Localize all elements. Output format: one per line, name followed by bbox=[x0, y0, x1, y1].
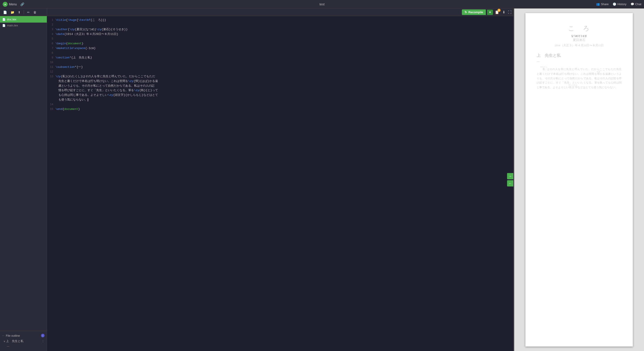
new-folder-button[interactable]: 📁 bbox=[9, 10, 16, 15]
toolbar-separator-1 bbox=[24, 10, 24, 14]
recompile-button[interactable]: ↻ Recompile bbox=[462, 10, 486, 15]
code-line-5: 5 bbox=[47, 37, 513, 42]
outline-chevron-icon: ⋯ bbox=[2, 334, 4, 337]
arrow-left-button[interactable]: ← bbox=[507, 180, 513, 186]
recompile-label: Recompile bbox=[468, 11, 483, 14]
chat-label: Chat bbox=[635, 3, 641, 6]
sidebar-toolbar: 📄 📁 ⬆ ✏ 🗑 bbox=[0, 9, 47, 16]
pdf-ruby-kashiramoji: 頭文字かしらもじ bbox=[569, 86, 578, 89]
file-list: 📄 doc.tex ⋮ 📄 main.tex bbox=[0, 16, 47, 28]
code-line-4: 4 \date{1914（大正3）年４月20日〜８月11日} bbox=[47, 32, 513, 37]
editor-toolbar: ↻ Recompile ▼ 📋 4 ⬇ ⛶ bbox=[47, 9, 513, 16]
outline-sub-item[interactable]: 一 bbox=[0, 344, 47, 349]
code-line-12: 12 bbox=[47, 70, 513, 74]
file-name-main: main.tex bbox=[7, 24, 44, 27]
code-line-15: 15 \end{document} bbox=[47, 107, 513, 112]
outline-sub-label: 一 bbox=[7, 345, 10, 348]
outline-item-menu[interactable]: ⋮ bbox=[42, 339, 44, 343]
pdf-body: 私わたくしはその人を常に先生と呼んでいた。だからここでもただ先生と書くだけで本名… bbox=[536, 66, 622, 90]
editor-area: ↻ Recompile ▼ 📋 4 ⬇ ⛶ 1 \title{\huge{\te… bbox=[47, 9, 513, 351]
code-line-13: 13 \zy{私}{わたくし}はその人を常に先生と呼んでいた。だからここでもただ… bbox=[47, 74, 513, 102]
rename-button[interactable]: ✏ bbox=[26, 10, 31, 15]
preview-content[interactable]: こゝろ なつめそうせき 夏目漱石 1914（大正３）年４月20日〜８月11日 上… bbox=[514, 9, 644, 351]
share-icon: 👥 bbox=[596, 3, 600, 6]
chat-icon: 💬 bbox=[630, 3, 634, 6]
document-title: test bbox=[320, 3, 325, 6]
toolbar-right-group: ↻ Recompile ▼ 📋 4 ⬇ ⛶ bbox=[462, 9, 512, 15]
outline-section-label: 上 先生と私 bbox=[6, 339, 24, 343]
toolbar-split: ↻ Recompile ▼ 📋 4 ⬇ ⛶ bbox=[49, 9, 512, 15]
pdf-section-text: 上 先生と私 bbox=[536, 53, 561, 58]
code-line-8: 8 bbox=[47, 51, 513, 56]
outline-chevron-down: ∨ bbox=[4, 340, 5, 342]
outline-section: ⋯ File outline i ∨ 上 先生と私 ⋮ 一 bbox=[0, 331, 47, 351]
top-bar-left: ● Menu 🔗 bbox=[3, 2, 24, 7]
share-label: Share bbox=[601, 3, 609, 6]
file-icon-main: 📄 bbox=[2, 24, 6, 27]
outline-header[interactable]: ⋯ File outline i bbox=[0, 333, 47, 338]
menu-label[interactable]: Menu bbox=[9, 3, 17, 6]
pdf-date: 1914（大正３）年４月20日〜８月11日 bbox=[536, 44, 622, 48]
recompile-refresh-icon: ↻ bbox=[464, 11, 467, 14]
new-file-button[interactable]: 📄 bbox=[2, 10, 8, 15]
file-icon-doc: 📄 bbox=[2, 18, 6, 21]
history-label: History bbox=[617, 3, 626, 6]
file-item-main-tex[interactable]: 📄 main.tex bbox=[0, 23, 47, 28]
chat-button[interactable]: 💬 Chat bbox=[630, 3, 641, 6]
code-line-11: 11 \subsection*{一} bbox=[47, 65, 513, 70]
info-label: i bbox=[42, 334, 43, 337]
sidebar: 📄 📁 ⬆ ✏ 🗑 📄 doc.tex ⋮ 📄 main.tex ⋯ File … bbox=[0, 9, 47, 351]
pdf-title: こゝろ bbox=[536, 24, 622, 33]
download-button[interactable]: ⬇ bbox=[501, 9, 506, 15]
delete-button[interactable]: 🗑 bbox=[32, 10, 38, 15]
top-bar-right: 👥 Share 🕐 History 💬 Chat bbox=[596, 3, 641, 6]
outline-item-section[interactable]: ∨ 上 先生と私 ⋮ bbox=[0, 338, 47, 344]
pdf-author: 夏目漱石 bbox=[536, 38, 622, 42]
file-item-doc-tex[interactable]: 📄 doc.tex ⋮ bbox=[0, 16, 47, 23]
fullscreen-button[interactable]: ⛶ bbox=[508, 10, 512, 14]
file-name-doc: doc.tex bbox=[7, 18, 40, 21]
code-line-6: 6 \begin{document} bbox=[47, 42, 513, 46]
arrow-right-button[interactable]: → bbox=[507, 173, 513, 179]
history-icon: 🕐 bbox=[613, 3, 616, 6]
nav-arrows: → ← bbox=[507, 173, 513, 186]
code-line-7: 7 \maketitle\vspace{-1cm} bbox=[47, 46, 513, 51]
outline-title: File outline bbox=[6, 334, 20, 337]
top-bar: ● Menu 🔗 test 👥 Share 🕐 History 💬 Chat bbox=[0, 0, 644, 9]
code-line-3: 3 \author{\zy{夏目}{なつめ}\zy{漱石}{そうせき}} bbox=[47, 27, 513, 32]
history-button[interactable]: 🕐 History bbox=[613, 3, 626, 6]
code-line-10: 10 bbox=[47, 60, 513, 65]
pdf-author-ruby: なつめそうせき bbox=[536, 35, 622, 38]
pdf-arrow: 一 bbox=[536, 60, 622, 64]
pdf-ruby-habakaru: 憚はば bbox=[597, 73, 600, 75]
file-menu-doc[interactable]: ⋮ bbox=[41, 17, 44, 22]
recompile-dropdown-button[interactable]: ▼ bbox=[487, 10, 493, 15]
code-line-9: 9 \section*{上 先生と私} bbox=[47, 56, 513, 60]
pin-icon[interactable]: 🔗 bbox=[20, 3, 24, 6]
top-bar-title: test bbox=[320, 3, 325, 6]
notification-badge: 4 bbox=[498, 9, 500, 12]
code-line-14: 14 bbox=[47, 102, 513, 107]
menu-logo: ● bbox=[3, 2, 8, 7]
share-button[interactable]: 👥 Share bbox=[596, 3, 609, 6]
code-editor[interactable]: 1 \title{\huge{\textbf{こゝろ}}} 2 3 \autho… bbox=[47, 16, 513, 351]
badge-wrapper: 📋 4 bbox=[494, 10, 500, 15]
pdf-section: 上 先生と私 bbox=[536, 53, 622, 58]
outline-info-icon[interactable]: i bbox=[41, 334, 44, 337]
code-line-1: 1 \title{\huge{\textbf{こゝろ}}} bbox=[47, 18, 513, 23]
pdf-ruby-watakushi: 私わたくし bbox=[540, 68, 547, 71]
code-line-2: 2 bbox=[47, 23, 513, 27]
upload-button[interactable]: ⬆ bbox=[16, 10, 22, 15]
pdf-page: こゝろ なつめそうせき 夏目漱石 1914（大正３）年４月20日〜８月11日 上… bbox=[526, 13, 633, 346]
preview-area: こゝろ なつめそうせき 夏目漱石 1914（大正３）年４月20日〜８月11日 上… bbox=[514, 9, 644, 351]
main-area: 📄 📁 ⬆ ✏ 🗑 📄 doc.tex ⋮ 📄 main.tex ⋯ File … bbox=[0, 9, 644, 351]
